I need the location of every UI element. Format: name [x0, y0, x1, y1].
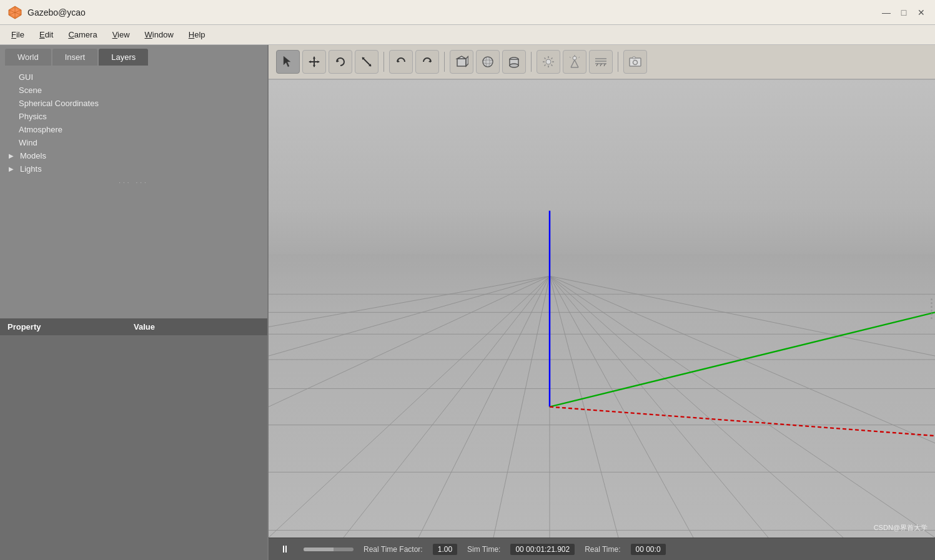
- tree-item-scene-label: Scene: [19, 86, 42, 95]
- tree-item-lights-label: Lights: [20, 164, 42, 174]
- tree-item-models-label: Models: [20, 151, 46, 160]
- watermark: CSDN@界首大学: [874, 523, 928, 533]
- svg-marker-5: [284, 56, 290, 67]
- add-spot-light-button[interactable]: [563, 50, 586, 74]
- separator-4: [618, 52, 618, 72]
- tree-item-physics-label: Physics: [19, 112, 47, 121]
- menu-file[interactable]: File: [5, 27, 31, 42]
- property-col-header: Property: [7, 322, 134, 332]
- tree-item-wind[interactable]: Wind: [0, 136, 267, 149]
- screenshot-button[interactable]: [623, 50, 647, 74]
- undo-icon: [395, 56, 407, 68]
- lights-expand-arrow: ▶: [9, 165, 16, 172]
- minimize-button[interactable]: —: [880, 6, 893, 19]
- pause-button[interactable]: ⏸: [276, 541, 294, 558]
- app-icon: [7, 5, 22, 20]
- svg-line-37: [571, 60, 575, 67]
- models-expand-arrow: ▶: [9, 152, 16, 159]
- redo-button[interactable]: [415, 50, 439, 74]
- menu-edit[interactable]: Edit: [33, 27, 59, 42]
- svg-line-38: [575, 60, 578, 67]
- undo-button[interactable]: [389, 50, 413, 74]
- svg-marker-20: [466, 56, 468, 66]
- svg-marker-19: [457, 56, 466, 59]
- right-panel: CSDN@界首大学 ⏸ Real Time Factor: 1.00 Sim T…: [269, 45, 935, 560]
- add-dir-light-button[interactable]: [589, 50, 613, 74]
- tree-item-atmosphere[interactable]: Atmosphere: [0, 123, 267, 136]
- close-button[interactable]: ✕: [915, 6, 928, 19]
- svg-marker-8: [313, 56, 315, 59]
- move-tool-button[interactable]: [302, 50, 326, 74]
- value-col-header: Value: [134, 322, 260, 332]
- separator-1: [383, 52, 384, 72]
- property-panel: Property Value: [0, 318, 267, 560]
- separator-3: [531, 52, 532, 72]
- real-time-factor-label: Real Time Factor:: [364, 545, 423, 554]
- menu-window[interactable]: Window: [139, 27, 180, 42]
- svg-rect-52: [269, 80, 935, 262]
- viewport[interactable]: CSDN@界首大学: [269, 80, 935, 538]
- svg-marker-9: [313, 65, 315, 67]
- real-time-factor-value: 1.00: [433, 544, 457, 555]
- left-panel: World Insert Layers GUI Scene Spherical …: [0, 45, 269, 560]
- svg-line-32: [545, 58, 546, 59]
- main-content: World Insert Layers GUI Scene Spherical …: [0, 45, 935, 560]
- svg-point-26: [510, 64, 518, 67]
- svg-rect-53: [269, 254, 935, 538]
- svg-point-27: [546, 59, 551, 64]
- select-tool-button[interactable]: [276, 50, 300, 74]
- title-controls: — □ ✕: [880, 6, 928, 19]
- svg-marker-11: [317, 61, 320, 63]
- menu-camera[interactable]: Camera: [62, 27, 103, 42]
- svg-line-35: [545, 65, 546, 66]
- toolbar: [269, 45, 935, 80]
- scale-tool-button[interactable]: [355, 50, 378, 74]
- tree-item-lights[interactable]: ▶ Lights: [0, 162, 267, 175]
- rotate-icon: [334, 56, 347, 68]
- titlebar: Gazebo@ycao — □ ✕: [0, 0, 935, 25]
- tree-item-physics[interactable]: Physics: [0, 110, 267, 123]
- tabs-bar: World Insert Layers: [0, 45, 267, 66]
- svg-marker-10: [309, 61, 311, 63]
- cursor-icon: [282, 56, 294, 68]
- rotate-tool-button[interactable]: [329, 50, 352, 74]
- sphere-icon: [481, 55, 495, 69]
- svg-point-21: [483, 57, 493, 67]
- progress-bar-fill: [304, 548, 334, 551]
- svg-line-42: [579, 57, 580, 58]
- tab-insert[interactable]: Insert: [52, 49, 98, 66]
- tab-world[interactable]: World: [5, 49, 51, 66]
- svg-rect-18: [457, 59, 466, 66]
- statusbar: ⏸ Real Time Factor: 1.00 Sim Time: 00 00…: [269, 538, 935, 560]
- tree-item-wind-label: Wind: [19, 138, 37, 147]
- menubar: File Edit Camera View Window Help: [0, 25, 935, 45]
- add-sun-button[interactable]: [537, 50, 560, 74]
- real-time-label: Real Time:: [585, 545, 620, 554]
- property-header: Property Value: [0, 318, 267, 335]
- spot-light-icon: [568, 55, 581, 69]
- tree-item-models[interactable]: ▶ Models: [0, 149, 267, 162]
- app-title: Gazebo@ycao: [27, 7, 880, 17]
- add-sphere-button[interactable]: [476, 50, 500, 74]
- svg-line-41: [570, 57, 571, 58]
- tab-layers[interactable]: Layers: [99, 49, 148, 66]
- sun-icon: [542, 55, 555, 69]
- add-cylinder-button[interactable]: [502, 50, 526, 74]
- tree-item-scene[interactable]: Scene: [0, 84, 267, 97]
- move-icon: [308, 56, 320, 68]
- sim-time-value: 00 00:01:21.902: [510, 544, 575, 555]
- menu-view[interactable]: View: [106, 27, 136, 42]
- svg-line-13: [362, 57, 371, 66]
- maximize-button[interactable]: □: [898, 6, 910, 19]
- svg-line-34: [552, 58, 553, 59]
- progress-bar-container: [304, 548, 354, 551]
- dir-light-icon: [594, 55, 608, 69]
- sim-time-label: Sim Time:: [467, 545, 500, 554]
- right-drag-handle[interactable]: [928, 290, 935, 328]
- tree-item-spherical-coords[interactable]: Spherical Coordinates: [0, 97, 267, 110]
- tree-item-gui[interactable]: GUI: [0, 71, 267, 84]
- redo-icon: [421, 56, 433, 68]
- menu-help[interactable]: Help: [182, 27, 212, 42]
- add-box-button[interactable]: [450, 50, 473, 74]
- tree-item-atmosphere-label: Atmosphere: [19, 125, 62, 134]
